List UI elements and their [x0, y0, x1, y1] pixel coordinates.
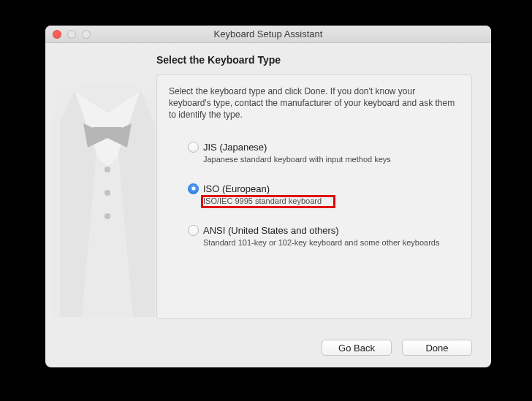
option-label-jis: JIS (Japanese)	[203, 142, 267, 153]
done-button[interactable]: Done	[402, 340, 472, 356]
window-title: Keyboard Setup Assistant	[45, 28, 491, 39]
svg-point-2	[104, 213, 110, 219]
radio-jis[interactable]	[188, 142, 199, 153]
go-back-button[interactable]: Go Back	[322, 340, 392, 356]
instruction-text: Select the keyboard type and click Done.…	[169, 85, 460, 121]
option-desc-jis: Japanese standard keyboard with input me…	[203, 154, 452, 164]
page-title: Select the Keyboard Type	[156, 54, 472, 66]
maximize-icon	[82, 30, 91, 39]
close-icon[interactable]	[53, 30, 61, 39]
minimize-icon	[67, 30, 76, 39]
option-desc-ansi: Standard 101-key or 102-key keyboard and…	[203, 237, 452, 248]
radio-iso[interactable]	[188, 183, 199, 194]
titlebar: Keyboard Setup Assistant	[45, 26, 491, 43]
svg-point-1	[104, 190, 110, 196]
svg-point-0	[104, 167, 110, 172]
option-desc-iso: ISO/IEC 9995 standard keyboard	[203, 196, 452, 206]
option-label-ansi: ANSI (United States and others)	[203, 225, 339, 236]
assistant-window: Keyboard Setup Assistant Select the Keyb…	[45, 26, 491, 367]
options-panel: Select the keyboard type and click Done.…	[156, 75, 472, 319]
option-label-iso: ISO (European)	[203, 183, 270, 194]
radio-ansi[interactable]	[188, 225, 199, 236]
